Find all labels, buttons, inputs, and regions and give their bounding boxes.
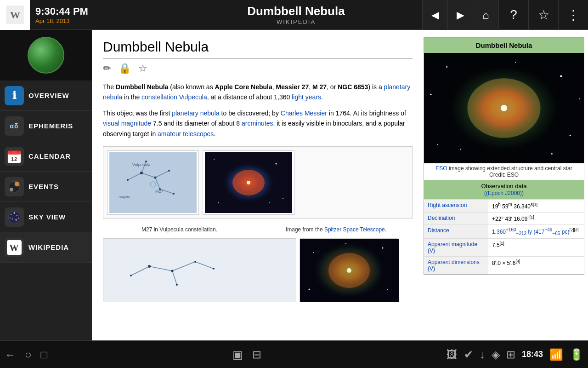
svg-point-76 xyxy=(560,75,562,77)
svg-point-65 xyxy=(382,247,384,248)
svg-point-79 xyxy=(551,153,553,155)
infobox-row-dimensions: Apparent dimensions (V) 8′.0 × 5′.6[4] xyxy=(424,256,584,274)
nav-back-button[interactable]: ◀ xyxy=(423,0,448,30)
svg-point-69 xyxy=(345,243,346,244)
epoch-link[interactable]: ((Epoch J2000)) xyxy=(484,190,524,196)
article-paragraph-2: This object was the first planetary nebu… xyxy=(103,108,413,139)
time-section: 9:30:44 PM Apr 18, 2013 xyxy=(30,6,94,24)
caption-2: Image from the Spitzer Space Telescope. xyxy=(260,226,413,233)
nav-forward-button[interactable]: ▶ xyxy=(448,0,473,30)
link-eso[interactable]: ESO xyxy=(435,165,447,172)
menu-button[interactable]: ⋮ xyxy=(558,0,588,30)
svg-point-83 xyxy=(515,62,516,63)
sidebar-item-events[interactable]: EVENTS xyxy=(0,172,92,202)
favorite-button[interactable]: ☆ xyxy=(528,0,558,30)
svg-point-81 xyxy=(579,98,580,99)
sidebar-item-skyview[interactable]: SKY VIEW xyxy=(0,202,92,232)
svg-point-15 xyxy=(12,218,13,219)
svg-point-44 xyxy=(214,159,215,160)
svg-point-17 xyxy=(18,218,19,218)
infobox-image xyxy=(424,53,584,163)
svg-point-55 xyxy=(130,275,132,276)
infobox-value-dec: +22° 43′ 16.09″[1] xyxy=(488,213,584,224)
sidebar-item-ephemeris[interactable]: αδ EPHEMERIS xyxy=(0,111,92,141)
bottom-right-group: 🖼 ✔ ↓ ◈ ⊞ 18:43 📶 🔋 xyxy=(447,348,583,361)
link-amateur-telescopes[interactable]: amateur telescopes xyxy=(158,130,214,138)
svg-rect-6 xyxy=(17,150,19,153)
image-gallery: M27 Vulpecula Sagitta xyxy=(103,146,413,219)
article-title: Dumbbell Nebula xyxy=(103,39,413,59)
edit-icon[interactable]: ✏ xyxy=(103,63,111,75)
infobox-value-distance: 1,360+160−212 ly (417+49−65 pc)[2][3] xyxy=(488,225,584,238)
svg-point-47 xyxy=(218,202,219,203)
infobox-row-distance: Distance 1,360+160−212 ly (417+49−65 pc)… xyxy=(424,224,584,238)
recents-nav-icon[interactable]: □ xyxy=(41,348,48,361)
gallery-item-constellation[interactable]: M27 Vulpecula Sagitta xyxy=(107,150,199,215)
svg-point-12 xyxy=(11,214,11,215)
battery-icon: 🔋 xyxy=(570,348,583,361)
svg-point-56 xyxy=(148,265,151,268)
source-label: WIKIPEDIA xyxy=(277,18,316,25)
link-visual-magnitude[interactable]: visual magnitude xyxy=(103,120,151,127)
svg-rect-5 xyxy=(10,150,11,153)
link-light-years[interactable]: light years xyxy=(292,93,321,101)
svg-point-64 xyxy=(347,268,351,273)
svg-point-66 xyxy=(313,252,314,253)
link-arcminutes[interactable]: arcminutes xyxy=(242,120,273,127)
infobox-label-distance: Distance xyxy=(424,225,488,238)
wifi-icon: 📶 xyxy=(549,348,563,361)
bold-apple: Apple Core Nebula xyxy=(215,83,272,91)
svg-point-67 xyxy=(387,289,388,290)
link-spitzer[interactable]: Spitzer Space Telescope xyxy=(324,226,385,233)
infobox-title: Dumbbell Nebula xyxy=(424,38,584,53)
svg-text:Vulpecula: Vulpecula xyxy=(132,162,150,167)
time-display: 9:30:44 PM xyxy=(35,6,88,17)
back-nav-icon[interactable]: ← xyxy=(5,348,16,361)
svg-point-30 xyxy=(140,172,143,174)
events-icon xyxy=(5,177,24,196)
date-display: Apr 18, 2013 xyxy=(35,17,88,24)
sidebar-item-calendar[interactable]: 12 CALENDAR xyxy=(0,141,92,172)
bottom-right-nebula xyxy=(300,238,398,302)
bold-dumbbell: Dumbbell Nebula xyxy=(116,83,168,91)
svg-point-68 xyxy=(309,288,310,290)
link-messier[interactable]: Charles Messier xyxy=(281,109,327,117)
link-vulpecula[interactable]: constellation Vulpecula xyxy=(141,93,207,101)
bottom-time: 18:43 xyxy=(522,350,543,359)
nav-home-button[interactable]: ⌂ xyxy=(473,0,498,30)
photo-icon[interactable]: 🖼 xyxy=(447,348,458,361)
svg-point-31 xyxy=(154,176,157,178)
image-lock-icon[interactable]: 🔒 xyxy=(119,63,131,75)
infobox-row-ra: Right ascension 19h 59m 36.340s[1] xyxy=(424,199,584,212)
caption-row: M27 in Vulpecula constellation. Image fr… xyxy=(103,226,413,233)
svg-point-13 xyxy=(14,212,15,213)
cube-icon[interactable]: ◈ xyxy=(492,348,500,361)
infobox-label-magnitude: Apparent magnitude (V) xyxy=(424,239,488,256)
svg-rect-22 xyxy=(109,152,197,213)
grid-icon[interactable]: ⊞ xyxy=(506,348,515,361)
bottom-images xyxy=(103,238,413,302)
gallery-item-spitzer[interactable] xyxy=(203,150,294,215)
ephemeris-icon: αδ xyxy=(5,116,24,136)
bookmark-icon[interactable]: ⊟ xyxy=(252,348,261,361)
star-article-icon[interactable]: ☆ xyxy=(138,63,147,75)
sidebar-item-wikipedia[interactable]: W WIKIPEDIA xyxy=(0,232,92,263)
infobox-value-ra: 19h 59m 36.340s[1] xyxy=(488,200,584,212)
spitzer-image xyxy=(205,152,292,213)
infobox-row-magnitude: Apparent magnitude (V) 7.5[1] xyxy=(424,238,584,256)
bottom-center-icons: ▣ ⊟ xyxy=(232,348,261,361)
constellation-map: M27 Vulpecula Sagitta xyxy=(109,152,197,213)
infobox-value-dimensions: 8′.0 × 5′.6[4] xyxy=(488,257,584,274)
download-icon[interactable]: ↓ xyxy=(480,348,485,361)
home-nav-icon[interactable]: ○ xyxy=(25,348,32,361)
checklist-icon[interactable]: ✔ xyxy=(464,348,473,361)
help-button[interactable]: ? xyxy=(498,0,528,30)
svg-point-78 xyxy=(437,144,438,145)
top-bar: W 9:30:44 PM Apr 18, 2013 Dumbbell Nebul… xyxy=(0,0,588,30)
link-distance[interactable]: 1,360+160−212 ly (417+49−65 pc) xyxy=(492,229,569,235)
sidebar-item-overview[interactable]: ℹ OVERVIEW xyxy=(0,80,92,111)
content-area: Dumbbell Nebula ✏ 🔒 ☆ The Dumbbell Nebul… xyxy=(92,30,588,340)
layers-icon[interactable]: ▣ xyxy=(232,348,243,361)
svg-point-80 xyxy=(460,149,461,150)
link-planetary-nebula-2[interactable]: planetary nebula xyxy=(172,109,220,117)
